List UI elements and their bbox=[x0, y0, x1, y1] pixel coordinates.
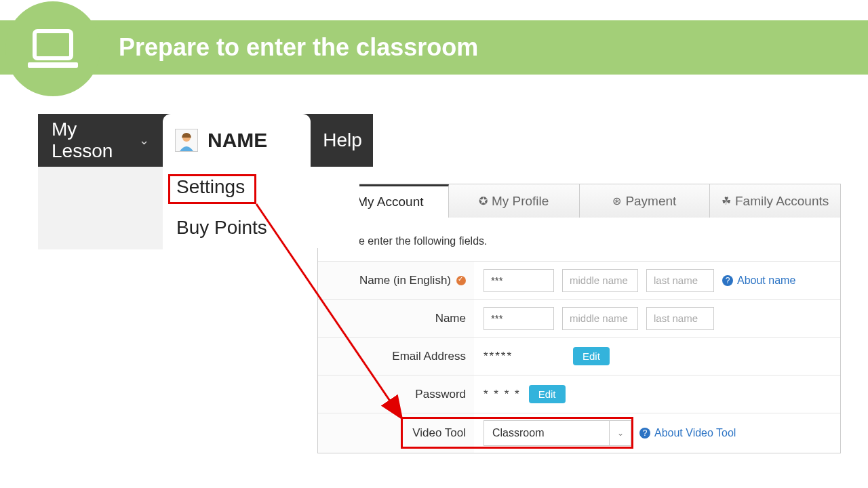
settings-tabs: ▤ My Account ✪ My Profile ⊛ Payment ☘ Fa… bbox=[317, 184, 841, 218]
nav-name-tab[interactable]: NAME bbox=[163, 114, 311, 167]
tab-my-profile[interactable]: ✪ My Profile bbox=[449, 184, 580, 218]
help-icon: ? bbox=[722, 275, 733, 286]
avatar-icon bbox=[175, 129, 198, 152]
label-video-tool: Video Tool bbox=[318, 413, 474, 453]
row-name: Name bbox=[318, 299, 840, 337]
about-name-text: About name bbox=[737, 274, 795, 287]
name-en-middle-input[interactable] bbox=[562, 269, 638, 292]
name-middle-input[interactable] bbox=[562, 307, 638, 330]
about-name-link[interactable]: ?About name bbox=[722, 274, 795, 287]
label-email: Email Address bbox=[318, 338, 474, 375]
chevron-down-icon: ⌄ bbox=[609, 421, 631, 445]
sidebar-filler bbox=[38, 167, 163, 249]
nav-name-label: NAME bbox=[208, 129, 267, 152]
nav-my-lesson[interactable]: My Lesson ⌄ bbox=[38, 114, 163, 167]
label-email-text: Email Address bbox=[392, 350, 466, 363]
help-icon: ? bbox=[639, 428, 650, 439]
label-password-text: Password bbox=[415, 388, 466, 401]
banner-circle bbox=[5, 1, 100, 96]
tab-my-account-label: My Account bbox=[357, 195, 423, 209]
globe-icon: ✪ bbox=[479, 195, 488, 207]
nav-help-label: Help bbox=[323, 129, 362, 151]
tab-family-label: Family Accounts bbox=[735, 194, 829, 209]
chevron-down-icon: ⌄ bbox=[139, 133, 149, 148]
about-video-link[interactable]: ?About Video Tool bbox=[639, 427, 736, 439]
nav-help[interactable]: Help bbox=[312, 114, 373, 167]
account-panel: Please enter the following fields. Name … bbox=[317, 218, 841, 453]
tab-payment-label: Payment bbox=[625, 194, 676, 209]
label-name-text: Name bbox=[435, 312, 466, 325]
label-name: Name bbox=[318, 300, 474, 337]
label-name-en: Name (in English) bbox=[318, 262, 474, 299]
name-en-last-input[interactable] bbox=[646, 269, 714, 292]
password-value: * * * * bbox=[484, 388, 521, 401]
tab-my-profile-label: My Profile bbox=[492, 194, 549, 209]
about-video-text: About Video Tool bbox=[654, 427, 736, 439]
video-tool-value: Classroom bbox=[484, 427, 609, 439]
dollar-icon: ⊛ bbox=[612, 195, 621, 207]
label-name-en-text: Name (in English) bbox=[359, 274, 451, 287]
svg-rect-0 bbox=[35, 31, 71, 58]
label-video-text: Video Tool bbox=[412, 426, 466, 440]
row-name-en: Name (in English) ?About name bbox=[318, 261, 840, 299]
edit-email-button[interactable]: Edit bbox=[573, 347, 610, 365]
row-video-tool: Video Tool Classroom ⌄ ?About Video Tool bbox=[318, 413, 840, 453]
dropdown-settings[interactable]: Settings bbox=[163, 167, 359, 207]
people-icon: ☘ bbox=[722, 195, 731, 207]
video-tool-select[interactable]: Classroom ⌄ bbox=[484, 420, 631, 446]
page-banner: Prepare to enter the classroom bbox=[0, 20, 868, 75]
email-value: ***** bbox=[484, 350, 565, 363]
svg-rect-1 bbox=[28, 62, 78, 68]
tab-payment[interactable]: ⊛ Payment bbox=[580, 184, 711, 218]
row-email: Email Address ***** Edit bbox=[318, 337, 840, 375]
page-title: Prepare to enter the classroom bbox=[119, 33, 478, 62]
name-dropdown: Settings Buy Points bbox=[163, 167, 359, 248]
name-last-input[interactable] bbox=[646, 307, 714, 330]
required-icon bbox=[456, 276, 466, 285]
edit-password-button[interactable]: Edit bbox=[529, 385, 566, 403]
row-password: Password * * * * Edit bbox=[318, 375, 840, 413]
dropdown-buy-points[interactable]: Buy Points bbox=[163, 207, 359, 248]
panel-intro: Please enter the following fields. bbox=[318, 218, 840, 261]
label-password: Password bbox=[318, 375, 474, 413]
tab-family[interactable]: ☘ Family Accounts bbox=[710, 184, 840, 218]
name-first-input[interactable] bbox=[484, 307, 554, 330]
nav-my-lesson-label: My Lesson bbox=[52, 119, 132, 162]
name-en-first-input[interactable] bbox=[484, 269, 554, 292]
laptop-icon bbox=[26, 28, 79, 69]
